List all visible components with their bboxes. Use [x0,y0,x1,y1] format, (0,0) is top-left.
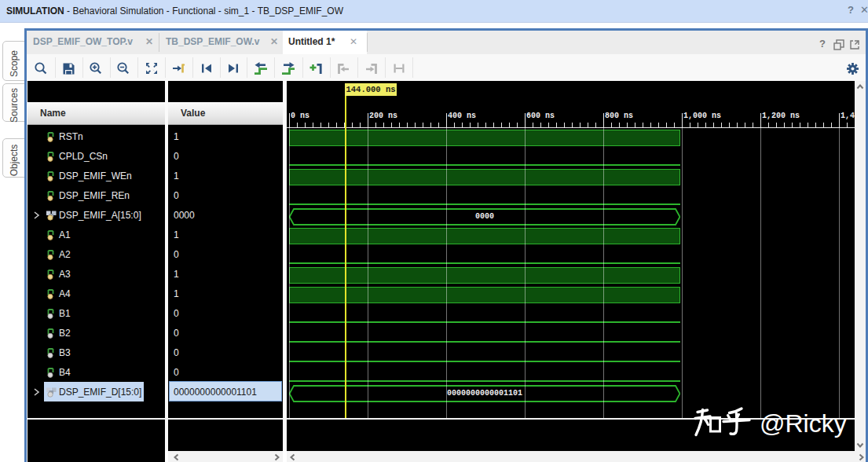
svg-text:@Ricky: @Ricky [760,409,847,438]
